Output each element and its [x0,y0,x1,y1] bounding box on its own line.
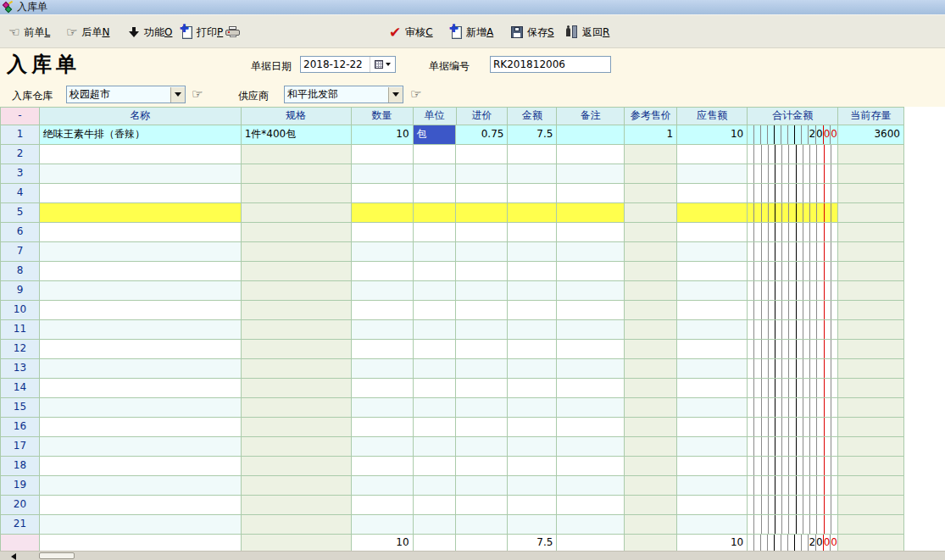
cell-amount[interactable] [508,515,557,535]
cell-name[interactable] [40,164,242,184]
cell-saleamt[interactable] [677,320,748,340]
cell-refprice[interactable] [625,476,677,496]
cell-saleamt[interactable] [677,359,748,379]
cell-qty[interactable]: 10 [352,535,414,552]
cell-num[interactable]: 21 [1,515,40,535]
cell-stock[interactable] [838,340,904,359]
cell-qty[interactable] [352,515,414,535]
cell-refprice[interactable] [625,457,677,476]
cell-unit[interactable] [414,437,457,457]
cell-note[interactable] [557,496,625,515]
cell-total-amount-ledger[interactable] [748,515,838,535]
cell-amount[interactable] [508,496,557,515]
cell-unit[interactable] [414,535,457,552]
cell-total-amount-ledger[interactable] [748,262,838,281]
audit-button[interactable]: ✔审核C [386,23,436,42]
cell-name[interactable] [40,223,242,242]
cell-price[interactable] [456,437,508,457]
cell-qty[interactable] [352,379,414,398]
cell-name[interactable] [40,457,242,476]
cell-unit[interactable] [414,262,457,281]
cell-refprice[interactable] [625,496,677,515]
scroll-left-arrow-icon[interactable] [8,553,16,560]
cell-amount[interactable] [508,359,557,379]
cell-qty[interactable] [352,145,414,164]
cell-stock[interactable] [838,223,904,242]
cell-amount[interactable] [508,418,557,437]
cell-qty[interactable] [352,223,414,242]
cell-note[interactable] [557,262,625,281]
prev-order-button[interactable]: ☜前单L [6,23,53,42]
cell-name[interactable] [40,203,242,223]
cell-saleamt[interactable] [677,145,748,164]
cell-price[interactable] [456,359,508,379]
cell-price[interactable] [456,320,508,340]
cell-name[interactable]: 绝味王素牛排（香辣） [40,125,242,145]
cell-stock[interactable] [838,535,904,552]
cell-num[interactable]: 18 [1,457,40,476]
cell-amount[interactable]: 7.5 [508,535,557,552]
cell-unit[interactable] [414,145,457,164]
cell-stock[interactable] [838,145,904,164]
cell-total-amount-ledger[interactable] [748,320,838,340]
cell-saleamt[interactable] [677,223,748,242]
cell-num[interactable]: 7 [1,242,40,262]
functions-button[interactable]: 功能O [125,23,175,42]
back-button[interactable]: 返回R [564,23,612,42]
cell-num[interactable]: 17 [1,437,40,457]
cell-note[interactable] [557,457,625,476]
cell-total-amount-ledger[interactable] [748,281,838,301]
cell-num[interactable]: 15 [1,398,40,418]
cell-amount[interactable] [508,164,557,184]
cell-price[interactable] [456,301,508,320]
cell-name[interactable] [40,281,242,301]
cell-amount[interactable] [508,379,557,398]
cell-spec[interactable] [242,418,352,437]
cell-saleamt[interactable] [677,476,748,496]
cell-unit[interactable] [414,398,457,418]
cell-refprice[interactable] [625,340,677,359]
cell-spec[interactable] [242,301,352,320]
cell-note[interactable] [557,125,625,145]
cell-saleamt[interactable] [677,418,748,437]
cell-note[interactable] [557,515,625,535]
cell-total-amount-ledger[interactable] [748,496,838,515]
cell-price[interactable] [456,496,508,515]
cell-refprice[interactable] [625,145,677,164]
cell-qty[interactable] [352,418,414,437]
cell-amount[interactable] [508,145,557,164]
cell-unit[interactable] [414,281,457,301]
cell-num[interactable]: 20 [1,496,40,515]
cell-stock[interactable] [838,515,904,535]
cell-refprice[interactable] [625,398,677,418]
save-button[interactable]: 保存S [509,23,557,42]
cell-qty[interactable] [352,242,414,262]
cell-num[interactable]: 2 [1,145,40,164]
cell-refprice[interactable] [625,379,677,398]
cell-stock[interactable] [838,476,904,496]
cell-name[interactable] [40,145,242,164]
cell-note[interactable] [557,184,625,203]
cell-num[interactable]: 1 [1,125,40,145]
cell-amount[interactable] [508,457,557,476]
cell-note[interactable] [557,203,625,223]
cell-spec[interactable] [242,164,352,184]
cell-total-amount-ledger[interactable] [748,164,838,184]
cell-spec[interactable] [242,398,352,418]
cell-spec[interactable] [242,437,352,457]
cell-refprice[interactable] [625,281,677,301]
cell-spec[interactable] [242,496,352,515]
cell-refprice[interactable] [625,223,677,242]
horizontal-scrollbar[interactable] [0,551,945,560]
cell-qty[interactable] [352,476,414,496]
cell-qty[interactable] [352,320,414,340]
cell-saleamt[interactable] [677,457,748,476]
cell-note[interactable] [557,418,625,437]
cell-saleamt[interactable] [677,203,748,223]
warehouse-combo[interactable]: 校园超市 [66,86,186,103]
cell-unit[interactable] [414,496,457,515]
cell-unit[interactable] [414,418,457,437]
cell-refprice[interactable] [625,515,677,535]
cell-qty[interactable] [352,437,414,457]
cell-amount[interactable] [508,437,557,457]
